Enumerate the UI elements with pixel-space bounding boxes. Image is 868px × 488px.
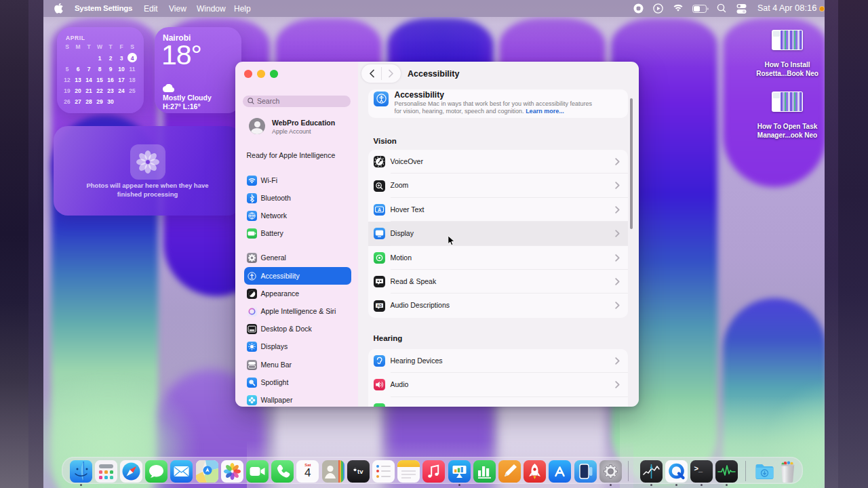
svg-text:AD: AD	[376, 303, 382, 307]
svg-text:A: A	[377, 207, 380, 212]
svg-text:tv: tv	[357, 467, 363, 474]
